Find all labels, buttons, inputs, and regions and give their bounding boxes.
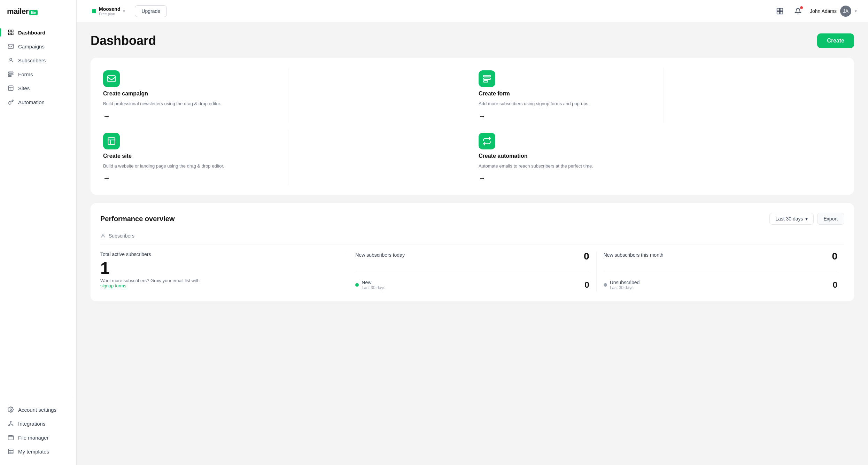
integrations-icon [8,420,14,427]
svg-rect-30 [483,78,490,79]
account-settings-icon [8,406,14,413]
total-active-label: Total active subscribers [100,251,341,257]
main-content: Moosend Free plan ▾ Upgrade John Adams J… [77,0,868,465]
action-desc: Add more subscribers using signup forms … [479,100,654,107]
sidebar-item-account-settings[interactable]: Account settings [3,403,73,416]
topbar-actions: John Adams JA ▾ [774,5,857,17]
sidebar-item-label: Dashboard [18,30,45,36]
new-dot [355,283,359,287]
logo-text: mailerlite [7,7,38,16]
action-create-campaign[interactable]: Create campaign Build professional newsl… [100,68,281,123]
signup-forms-link[interactable]: signup forms [100,283,126,288]
new-month-label: New subscribers this month [604,252,664,258]
create-form-icon [479,70,495,87]
sidebar-item-dashboard[interactable]: Dashboard [3,26,73,39]
svg-rect-31 [483,80,488,82]
unsub-dot [604,283,607,287]
user-name: John Adams [810,8,837,14]
create-site-icon [103,133,120,149]
topbar: Moosend Free plan ▾ Upgrade John Adams J… [77,0,868,22]
export-button[interactable]: Export [817,213,844,225]
sidebar-item-label: Campaigns [18,44,45,49]
sidebar-item-label: File manager [18,435,49,441]
svg-point-13 [10,421,11,422]
action-arrow-icon: → [103,112,278,120]
svg-rect-7 [8,74,13,75]
unsubscribed-value: 0 [833,281,837,289]
action-desc: Automate emails to reach subscribers at … [479,163,654,170]
workspace-dot [92,9,96,13]
new-value: 0 [584,281,589,289]
svg-rect-20 [8,449,13,454]
stat-total-active: Total active subscribers 1 Want more sub… [100,251,348,292]
sidebar-item-label: Forms [18,71,33,77]
sidebar-item-integrations[interactable]: Integrations [3,417,73,430]
sidebar-item-file-manager[interactable]: File manager [3,431,73,444]
sidebar-item-label: Sites [18,85,30,91]
svg-rect-32 [108,138,115,145]
sidebar-item-label: Subscribers [18,57,46,63]
svg-point-15 [12,425,13,426]
sidebar-item-campaigns[interactable]: Campaigns [3,40,73,53]
stat-unsub-row: Unsubscribed Last 30 days 0 [604,280,837,292]
stat-new-month-unsub: New subscribers this month 0 Unsubscribe [597,251,844,292]
notifications-button[interactable] [792,5,804,17]
sidebar-item-label: Integrations [18,421,45,427]
nav-separator [3,396,73,396]
period-selector[interactable]: Last 30 days ▾ [769,213,813,225]
action-arrow-icon: → [103,174,278,182]
action-create-form[interactable]: Create form Add more subscribers using s… [476,68,657,123]
perf-header: Performance overview Last 30 days ▾ Expo… [100,213,844,225]
sidebar-item-forms[interactable]: Forms [3,68,73,81]
new-today-label: New subscribers today [355,252,405,258]
grow-text: Want more subscribers? Grow your email l… [100,278,341,288]
svg-line-18 [11,424,13,425]
stat-new-today: New subscribers today 0 [355,251,589,263]
sites-icon [8,85,14,91]
action-create-automation[interactable]: Create automation Automate emails to rea… [476,130,657,185]
sidebar-item-my-templates[interactable]: My templates [3,445,73,458]
create-button[interactable]: Create [817,33,854,48]
svg-rect-1 [11,30,13,32]
apps-button[interactable] [774,5,786,17]
page-header: Dashboard Create [91,33,854,48]
svg-rect-3 [11,33,13,35]
action-create-site[interactable]: Create site Build a website or landing p… [100,130,281,185]
upgrade-button[interactable]: Upgrade [135,5,167,17]
workspace-selector[interactable]: Moosend Free plan ▾ [88,4,129,18]
unsubscribed-sublabel: Last 30 days [610,285,640,290]
stat-new-month: New subscribers this month 0 [604,251,837,263]
quick-actions-card: Create campaign Build professional newsl… [91,58,854,195]
automation-icon [8,99,14,105]
sidebar-item-subscribers[interactable]: Subscribers [3,54,73,67]
perf-controls: Last 30 days ▾ Export [769,213,844,225]
svg-point-12 [10,409,12,411]
user-info[interactable]: John Adams JA ▾ [810,6,857,17]
svg-rect-8 [8,76,11,77]
svg-point-5 [10,58,12,60]
action-desc: Build a website or landing page using th… [103,163,278,170]
workspace-name: Moosend [99,6,120,12]
notification-dot [800,6,803,9]
total-active-value: 1 [100,260,341,277]
unsubscribed-label: Unsubscribed [610,280,640,285]
sidebar: mailerlite Dashboard Campaigns Subscribe… [0,0,77,465]
perf-title: Performance overview [100,215,175,223]
new-today-value: 0 [584,251,589,261]
svg-rect-27 [780,11,783,14]
logo-badge: lite [29,10,38,15]
new-sublabel: Last 30 days [362,285,385,290]
action-title: Create form [479,91,654,97]
svg-rect-28 [108,76,115,82]
workspace-info: Moosend Free plan [99,6,120,16]
action-arrow-icon: → [479,112,654,120]
new-month-value: 0 [832,251,837,261]
page-content: Dashboard Create Create campaign Build p… [77,22,868,465]
action-desc: Build professional newsletters using the… [103,100,278,107]
svg-point-14 [8,425,9,426]
sidebar-item-automation[interactable]: Automation [3,95,73,109]
svg-rect-24 [777,8,780,11]
action-title: Create site [103,153,278,159]
sidebar-item-sites[interactable]: Sites [3,82,73,95]
my-templates-icon [8,448,14,455]
